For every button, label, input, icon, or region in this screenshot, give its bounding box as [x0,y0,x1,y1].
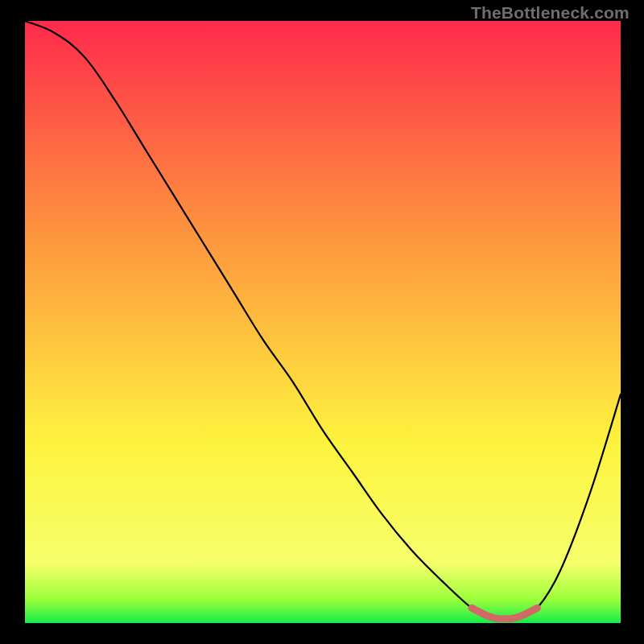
bottleneck-chart [25,21,621,623]
gradient-background [25,21,621,623]
chart-plot-area [25,21,621,623]
watermark-text: TheBottleneck.com [471,3,630,23]
